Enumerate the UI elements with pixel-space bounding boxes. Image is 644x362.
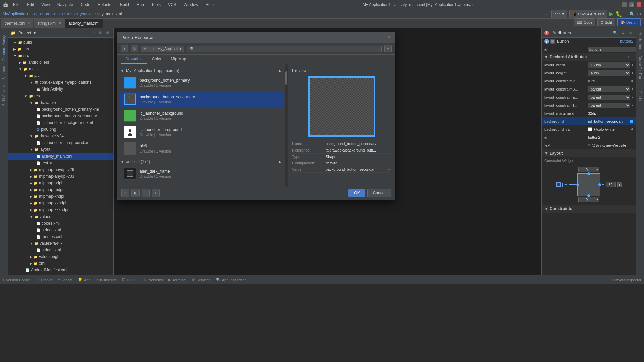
tree-item-xml[interactable]: ▶ 📁 xml: [8, 260, 113, 267]
maximize-button[interactable]: □: [629, 2, 634, 7]
dialog-close-button[interactable]: ✕: [387, 35, 391, 40]
tree-item-themes[interactable]: 📄 themes.xml: [8, 233, 113, 240]
attr-constraint-t-arrow-icon[interactable]: ▾: [632, 103, 633, 107]
breadcrumb-app[interactable]: app: [34, 12, 41, 16]
menu-file[interactable]: File: [10, 2, 22, 8]
tree-item-androidmanifest[interactable]: 📄 AndroidManifest.xml: [8, 267, 113, 274]
debug-button[interactable]: 🐛: [615, 11, 622, 17]
preview-link-icon[interactable]: →: [387, 167, 391, 171]
tree-item-mipmap-mdpi[interactable]: ▶ 📁 mipmap-mdpi: [8, 186, 113, 193]
tree-item-res[interactable]: ▼ 📁 res: [8, 93, 113, 99]
emulator-tab[interactable]: Emulator: [637, 88, 643, 107]
tab-color[interactable]: Color: [147, 55, 166, 64]
status-version-control[interactable]: ↕ Version Control: [3, 278, 31, 282]
run-button[interactable]: ▶: [609, 11, 613, 17]
tree-item-mipmap-v26[interactable]: ▶ 📁 mipmap-anydpi-v26: [8, 166, 113, 173]
tree-item-test[interactable]: 📄 test.xml: [8, 160, 113, 166]
tree-item-mainactivity[interactable]: ☕ MainActivity: [8, 86, 113, 93]
module-selector[interactable]: Module: My_Applicati ▾: [141, 46, 184, 52]
status-profiler[interactable]: ⊡ Profiler: [37, 278, 53, 282]
gear-icon[interactable]: ⚙: [105, 30, 111, 36]
tree-item-mipmap-v33[interactable]: ▶ 📁 mipmap-anydpi-v33: [8, 173, 113, 180]
minimize-button[interactable]: —: [622, 2, 627, 7]
breadcrumb-res[interactable]: res: [67, 12, 72, 16]
close-button[interactable]: ✕: [637, 2, 641, 7]
tree-item-values[interactable]: ▼ 📁 values: [8, 213, 113, 220]
remove-resource-button[interactable]: −: [142, 189, 150, 197]
tree-item-pic6[interactable]: 🖼 pic6.png: [8, 126, 113, 133]
resource-item-bg-primary[interactable]: background_botten_primary Drawble | 1 ve…: [119, 75, 284, 91]
scrollbar-thumb[interactable]: [285, 71, 287, 85]
constraint-handle-right[interactable]: [598, 183, 601, 186]
tab-drawable[interactable]: Drawable: [121, 55, 147, 64]
menu-window[interactable]: Window: [181, 2, 201, 8]
menu-build[interactable]: Build: [117, 2, 132, 8]
tree-item-bg-primary[interactable]: 📄 background_botten_primary.xml: [8, 106, 113, 113]
tree-item-layout[interactable]: ▼ 📁 layout: [8, 146, 113, 153]
design-view-button[interactable]: 🎨 Design: [617, 18, 641, 26]
status-todo[interactable]: ☑ TODO: [122, 278, 138, 282]
constraint-top-input[interactable]: [578, 167, 595, 172]
attr-layout-height-arrow-icon[interactable]: ▾: [632, 71, 633, 75]
attr-constraint-t-select[interactable]: parent: [588, 103, 630, 108]
tree-item-mipmap-hdpi[interactable]: ▶ 📁 mipmap-hdpi: [8, 180, 113, 186]
tree-item-bg-secondary[interactable]: 📄 background_button_secondary....: [8, 113, 113, 119]
tree-item-build[interactable]: ▼ 📁 build: [8, 39, 113, 46]
add-resource-footer-button[interactable]: +: [152, 189, 160, 197]
section-collapse-icon[interactable]: ▲: [278, 68, 282, 73]
tree-item-src[interactable]: ▼ 📁 src: [8, 52, 113, 59]
status-app-quality[interactable]: 💡 App Quality Insights: [78, 278, 117, 282]
add-attribute-icon[interactable]: + −: [628, 55, 633, 59]
menu-edit[interactable]: Edit: [24, 2, 37, 8]
breadcrumb-src[interactable]: src: [45, 12, 50, 16]
menu-vcs[interactable]: VCS: [165, 2, 179, 8]
dialog-scrollbar[interactable]: [285, 64, 288, 186]
status-terminal[interactable]: ▶ Terminal: [168, 278, 186, 282]
search-attributes-icon[interactable]: 🔍: [612, 30, 619, 36]
app-dropdown[interactable]: app ▾: [551, 10, 567, 18]
constraint-handle-left[interactable]: [576, 183, 579, 186]
menu-code[interactable]: Code: [78, 2, 93, 8]
attr-constraint-b-select[interactable]: parent: [588, 86, 630, 92]
section-collapse-icon[interactable]: ▲: [278, 159, 282, 164]
menu-view[interactable]: View: [39, 2, 53, 8]
structure-tab[interactable]: Structure: [1, 63, 7, 82]
attr-layout-height-select[interactable]: 40dp: [588, 70, 630, 76]
grid-view-button[interactable]: ⊞: [131, 189, 140, 197]
close-attributes-icon[interactable]: ✕: [627, 30, 633, 36]
list-view-button[interactable]: ≡: [121, 189, 129, 197]
tree-item-ic-launcher-fg[interactable]: 📄 ic_launcher_foreground.xml: [8, 139, 113, 146]
status-app-inspection[interactable]: 🔍 App Inspection: [216, 278, 247, 282]
attr-layout-width-arrow-icon[interactable]: ▾: [632, 63, 633, 67]
tree-item-values-fa[interactable]: ▼ 📁 values-fa-rIR: [8, 240, 113, 247]
cancel-button[interactable]: Cancel: [367, 189, 391, 197]
constraint-right-dropdown-icon[interactable]: ▾: [617, 182, 622, 187]
menu-help[interactable]: Help: [203, 2, 216, 8]
breadcrumb-main[interactable]: main: [54, 12, 63, 16]
tab-strings[interactable]: strings.xml ✕: [34, 19, 64, 28]
constraint-bottom-dropdown-icon[interactable]: ▾: [595, 197, 599, 202]
menu-navigate[interactable]: Navigate: [55, 2, 76, 8]
add-resource-button[interactable]: +: [121, 45, 128, 52]
refresh-button[interactable]: ↻: [131, 45, 138, 52]
resource-item-ic-launcher-bg[interactable]: ic_launcher_background Drawble | 1 versi…: [119, 108, 284, 124]
device-file-explorer-tab[interactable]: Device File Explorer: [637, 53, 643, 88]
filter-button[interactable]: ▼: [384, 45, 392, 52]
resource-item-alert-dark[interactable]: alert_dark_frame Drawble | 1 version: [119, 166, 284, 182]
constraint-right-input[interactable]: [606, 182, 616, 187]
tree-item-activity-main[interactable]: 📄 activity_main.xml: [8, 153, 113, 160]
code-view-button[interactable]: ⌨ Code: [574, 18, 595, 26]
tab-themes[interactable]: themes.xml ✕: [1, 19, 33, 28]
tab-strings-close-icon[interactable]: ✕: [59, 21, 61, 25]
settings-icon[interactable]: ⚙: [637, 11, 641, 17]
tree-item-package[interactable]: ▼ 📦 com.example.myapplication1: [8, 79, 113, 86]
resource-item-pic6[interactable]: pic6 Drawble | 1 version: [119, 140, 284, 157]
constraints-collapse-icon[interactable]: ▼: [544, 206, 548, 211]
tree-item-androidtest[interactable]: ▶ 📁 androidTest: [8, 59, 113, 66]
constraint-left-handle[interactable]: [556, 182, 561, 187]
resource-item-bg-secondary[interactable]: background_button_secondary Drawble | 1 …: [119, 91, 284, 107]
attr-constraint-e-arrow-icon[interactable]: ▾: [632, 95, 633, 99]
attr-layout-width-select[interactable]: 150dp: [588, 62, 630, 68]
constraint-add-left-icon[interactable]: +: [564, 182, 567, 188]
status-logcat[interactable]: ≡ Logcat: [58, 278, 72, 282]
